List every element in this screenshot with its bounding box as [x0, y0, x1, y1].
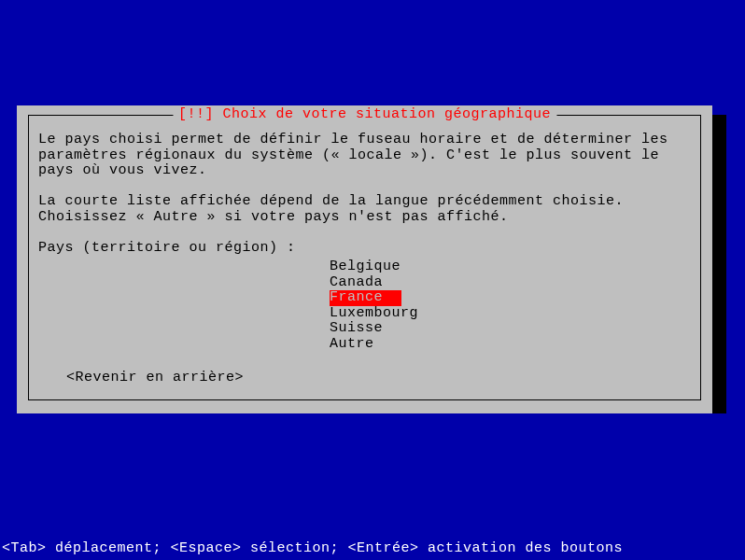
prompt-label: Pays (territoire ou région) : — [38, 241, 691, 257]
dialog-title: [!!] Choix de votre situation géographiq… — [173, 107, 556, 123]
dialog-border: [!!] Choix de votre situation géographiq… — [28, 115, 701, 400]
country-list: Belgique Canada France Luxembourg Suisse… — [330, 259, 691, 352]
footer-hint: <Tab> déplacement; <Espace> sélection; <… — [2, 541, 623, 557]
option-canada[interactable]: Canada — [330, 275, 383, 291]
description-1: Le pays choisi permet de définir le fuse… — [38, 133, 691, 179]
dialog-title-text: [!!] Choix de votre situation géographiq… — [178, 106, 551, 122]
option-autre[interactable]: Autre — [330, 337, 374, 353]
description-2: La courte liste affichée dépend de la la… — [38, 194, 691, 225]
option-luxembourg[interactable]: Luxembourg — [330, 306, 418, 322]
back-button-label: <Revenir en arrière> — [66, 370, 244, 385]
option-belgique[interactable]: Belgique — [330, 259, 401, 275]
option-france[interactable]: France — [330, 290, 401, 306]
back-button[interactable]: <Revenir en arrière> — [66, 371, 691, 386]
option-suisse[interactable]: Suisse — [330, 321, 383, 337]
dialog: [!!] Choix de votre situation géographiq… — [17, 105, 712, 413]
